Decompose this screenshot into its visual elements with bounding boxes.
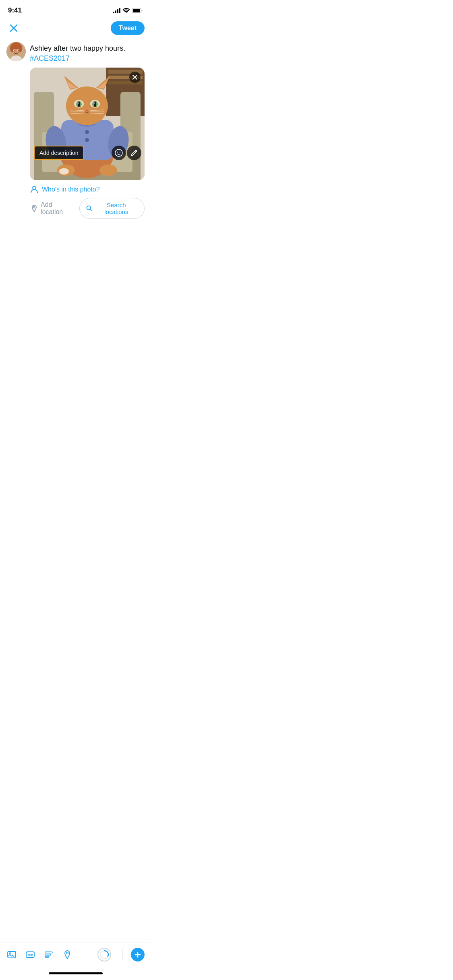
tweet-main-text: Ashley after two happy hours. [30,44,125,52]
tweet-hashtag: #ACES2017 [30,54,70,62]
status-bar: 9:41 [0,0,151,18]
svg-point-49 [99,165,117,176]
add-description-button[interactable]: Add description [34,146,84,160]
svg-point-52 [117,152,118,152]
close-button[interactable] [6,21,21,35]
add-location-label[interactable]: Add location [41,201,74,216]
add-location-container: Add location [30,201,74,216]
svg-point-10 [14,50,15,51]
svg-point-28 [66,86,108,125]
svg-point-5 [10,44,14,52]
search-locations-label: Search locations [95,202,138,215]
spacer [0,227,151,268]
cat-photo: Add description [30,68,145,180]
avatar [6,42,26,61]
tweet-content: Ashley after two happy hours. #ACES2017 [30,43,145,64]
top-nav: Tweet [0,18,151,39]
svg-point-38 [94,101,96,107]
svg-point-51 [115,149,122,156]
battery-icon [132,8,143,13]
location-row: Add location Search locations [0,194,151,219]
svg-point-27 [85,138,89,142]
person-icon [30,185,39,194]
signal-icon [113,8,120,13]
who-in-photo-label[interactable]: Who's in this photo? [42,186,100,193]
status-time: 9:41 [8,6,22,14]
svg-point-55 [33,206,35,208]
svg-point-11 [18,50,19,51]
tweet-button[interactable]: Tweet [111,21,145,35]
svg-point-50 [59,168,69,175]
svg-point-40 [94,103,95,104]
svg-rect-1 [133,9,140,12]
search-locations-button[interactable]: Search locations [79,198,145,219]
svg-point-26 [85,130,89,134]
location-icon [30,204,38,213]
search-icon [86,205,92,212]
cat-image-svg [30,68,145,180]
svg-point-6 [18,44,22,52]
svg-point-53 [120,152,120,152]
close-icon [10,24,18,32]
status-icons [113,8,143,13]
svg-point-39 [78,103,79,104]
compose-area: Ashley after two happy hours. #ACES2017 [0,39,151,64]
svg-point-54 [33,186,36,189]
photo-container: Add description [30,68,145,180]
wifi-icon [123,8,130,13]
who-in-photo-row: Who's in this photo? [0,180,151,194]
svg-point-37 [78,101,80,107]
compose-text: Ashley after two happy hours. #ACES2017 [30,42,145,64]
